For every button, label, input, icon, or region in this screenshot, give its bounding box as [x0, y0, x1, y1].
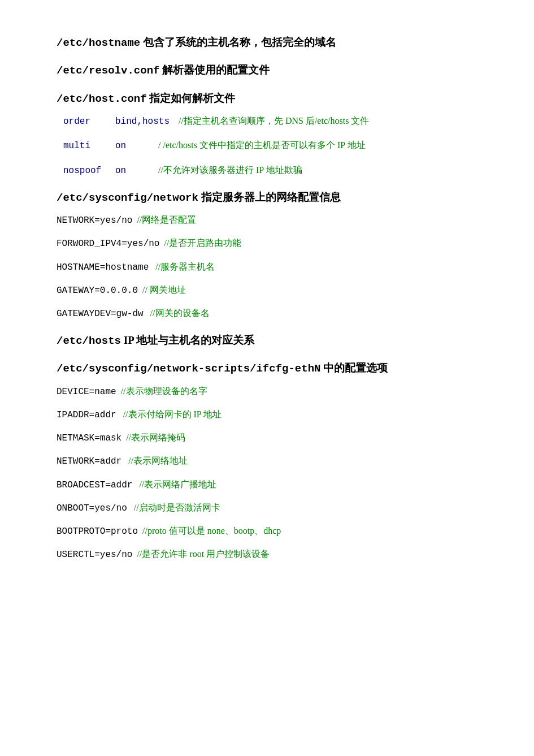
comment-onboot: //启动时是否激活网卡	[132, 503, 220, 512]
section-hostconf: /etc/host.conf 指定如何解析文件 order bind,hosts…	[57, 90, 489, 179]
entry-val-order: bind,hosts	[115, 114, 170, 129]
comment-forword-ipv4: //是否开启路由功能	[164, 238, 241, 248]
key-broadcest: BROADCEST=addr	[57, 480, 132, 490]
entry-hostname: HOSTNAME=hostname //服务器主机名	[57, 259, 489, 275]
entry-val-nospoof: on	[115, 163, 149, 179]
comment-bootproto: //proto 值可以是 none、bootp、dhcp	[142, 526, 281, 535]
entry-netmask: NETMASK=mask//表示网络掩码	[57, 430, 489, 446]
key-network-yn: NETWORK=yes/no	[57, 215, 132, 226]
heading-sysconfig-network: /etc/sysconfig/network 指定服务器上的网络配置信息	[57, 189, 489, 206]
key-gatewaydev: GATEWAYDEV=gw-dw	[57, 309, 144, 319]
entry-network-yn: NETWORK=yes/no//网络是否配置	[57, 212, 489, 228]
entry-gatewaydev: GATEWAYDEV=gw-dw //网关的设备名	[57, 305, 489, 322]
comment-network-addr: //表示网络地址	[126, 456, 188, 465]
heading-hostconf: /etc/host.conf 指定如何解析文件	[57, 90, 489, 107]
section-sysconfig-network: /etc/sysconfig/network 指定服务器上的网络配置信息 NET…	[57, 189, 489, 322]
heading-ifcfg: /etc/sysconfig/network-scripts/ifcfg-eth…	[57, 360, 489, 377]
comment-network-yn: //网络是否配置	[137, 215, 196, 224]
entry-network-addr: NETWORK=addr //表示网络地址	[57, 453, 489, 469]
entry-device: DEVICE=name//表示物理设备的名字	[57, 383, 489, 400]
entry-nospoof: nospoof on //不允许对该服务器进行 IP 地址欺骗	[63, 162, 489, 179]
key-bootproto: BOOTPROTO=proto	[57, 526, 138, 537]
entry-forword-ipv4: FORWORD_IPV4=yes/no//是否开启路由功能	[57, 235, 489, 252]
section-resolv: /etc/resolv.conf 解析器使用的配置文件	[57, 62, 489, 79]
entry-ipaddr: IPADDR=addr //表示付给网卡的 IP 地址	[57, 407, 489, 423]
heading-mono-hosts: /etc/hosts	[57, 335, 121, 347]
heading-cn-hostconf: 指定如何解析文件	[147, 92, 236, 104]
heading-cn-hosts: IP 地址与主机名的对应关系	[121, 334, 254, 346]
entry-gateway: GATEWAY=0.0.0.0// 网关地址	[57, 282, 489, 299]
comment-netmask: //表示网络掩码	[126, 433, 185, 442]
key-ipaddr: IPADDR=addr	[57, 410, 116, 420]
key-gateway: GATEWAY=0.0.0.0	[57, 286, 138, 296]
entry-bootproto: BOOTPROTO=proto//proto 值可以是 none、bootp、d…	[57, 523, 489, 539]
heading-mono-sysconfig-network: /etc/sysconfig/network	[57, 192, 198, 204]
comment-ipaddr: //表示付给网卡的 IP 地址	[121, 409, 222, 419]
key-userctl: USERCTL=yes/no	[57, 550, 132, 560]
comment-gateway: // 网关地址	[142, 285, 186, 295]
heading-hostname: /etc/hostname 包含了系统的主机名称，包括完全的域名	[57, 34, 489, 51]
entry-key-nospoof: nospoof	[63, 163, 108, 179]
entry-key-multi: multi	[63, 139, 108, 154]
comment-broadcest: //表示网络广播地址	[137, 479, 216, 489]
heading-mono-ifcfg: /etc/sysconfig/network-scripts/ifcfg-eth…	[57, 362, 320, 375]
key-netmask: NETMASK=mask	[57, 433, 121, 443]
heading-resolv: /etc/resolv.conf 解析器使用的配置文件	[57, 62, 489, 79]
entry-order: order bind,hosts //指定主机名查询顺序，先 DNS 后/etc…	[63, 113, 489, 129]
entry-multi: multi on / /etc/hosts 文件中指定的主机是否可以有多个 IP…	[63, 137, 489, 154]
heading-cn-hostname: 包含了系统的主机名称，包括完全的域名	[140, 36, 336, 48]
entry-comment-nospoof: //不允许对该服务器进行 IP 地址欺骗	[158, 162, 302, 178]
entry-comment-order: //指定主机名查询顺序，先 DNS 后/etc/hosts 文件	[179, 113, 369, 128]
key-onboot: ONBOOT=yes/no	[57, 503, 127, 513]
entry-broadcest: BROADCEST=addr //表示网络广播地址	[57, 477, 489, 493]
key-hostname: HOSTNAME=hostname	[57, 262, 149, 273]
heading-cn-ifcfg: 中的配置选项	[320, 362, 388, 374]
entry-userctl: USERCTL=yes/no//是否允许非 root 用户控制该设备	[57, 546, 489, 563]
comment-hostname: //服务器主机名	[153, 262, 215, 271]
heading-cn-sysconfig-network: 指定服务器上的网络配置信息	[198, 191, 341, 203]
heading-mono-hostname: /etc/hostname	[57, 37, 140, 49]
comment-device: //表示物理设备的名字	[121, 386, 207, 396]
comment-gatewaydev: //网关的设备名	[148, 308, 210, 318]
entry-val-multi: on	[115, 139, 149, 154]
entry-comment-multi: / /etc/hosts 文件中指定的主机是否可以有多个 IP 地址	[158, 137, 366, 153]
comment-userctl: //是否允许非 root 用户控制该设备	[137, 549, 270, 559]
heading-mono-resolv: /etc/resolv.conf	[57, 64, 159, 77]
entry-key-order: order	[63, 114, 108, 129]
key-device: DEVICE=name	[57, 387, 116, 397]
heading-hosts: /etc/hosts IP 地址与主机名的对应关系	[57, 332, 489, 349]
entry-onboot: ONBOOT=yes/no //启动时是否激活网卡	[57, 500, 489, 516]
heading-cn-resolv: 解析器使用的配置文件	[159, 64, 270, 76]
key-forword-ipv4: FORWORD_IPV4=yes/no	[57, 239, 159, 249]
section-hostname: /etc/hostname 包含了系统的主机名称，包括完全的域名	[57, 34, 489, 51]
section-hosts: /etc/hosts IP 地址与主机名的对应关系	[57, 332, 489, 349]
heading-mono-hostconf: /etc/host.conf	[57, 93, 147, 105]
key-network-addr: NETWORK=addr	[57, 456, 121, 466]
section-ifcfg: /etc/sysconfig/network-scripts/ifcfg-eth…	[57, 360, 489, 563]
